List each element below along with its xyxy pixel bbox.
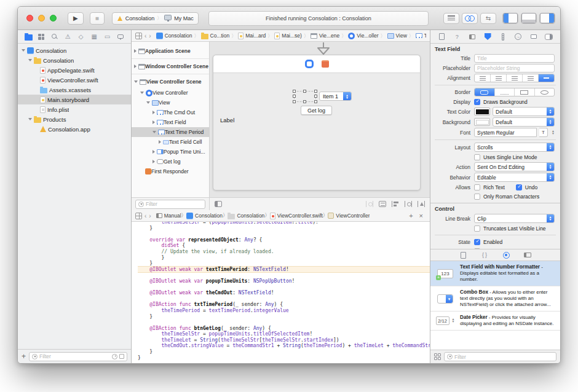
- alignment-segmented-control[interactable]: [474, 74, 555, 82]
- media-library-tab[interactable]: [524, 251, 532, 259]
- view-effects-inspector-tab[interactable]: [545, 33, 553, 41]
- file-row-products[interactable]: Products: [18, 114, 131, 124]
- alignment-segment-3[interactable]: [523, 74, 539, 82]
- disclosure-triangle[interactable]: [152, 160, 155, 163]
- resize-handle[interactable]: [293, 100, 296, 103]
- outline-row-text-field-cell[interactable]: Text Field Cell: [132, 137, 209, 147]
- disclosure-triangle[interactable]: [152, 111, 155, 114]
- outline-row-popup-time-uni-[interactable]: Popup Time Uni...: [132, 147, 209, 157]
- library-view-toggle-icon[interactable]: [434, 353, 441, 360]
- outline-row-text-time-period[interactable]: Text Time Period: [132, 127, 209, 137]
- disclosure-triangle[interactable]: [134, 80, 138, 83]
- canvas-label[interactable]: Label: [220, 117, 234, 123]
- toggle-debug-area-button[interactable]: [521, 13, 537, 24]
- file-row-main-storyboard[interactable]: Main.storyboard: [18, 95, 131, 104]
- toggle-navigator-button[interactable]: [502, 13, 518, 24]
- zoom-window-button[interactable]: [50, 15, 57, 22]
- update-frames-icon[interactable]: [366, 201, 373, 207]
- minimize-window-button[interactable]: [38, 15, 45, 22]
- disclosure-triangle[interactable]: [28, 59, 32, 61]
- size-inspector-tab[interactable]: [499, 33, 507, 41]
- navigator-filter-field[interactable]: Filter: [29, 352, 127, 361]
- view-controller-scene[interactable]: Item 1 ▲▼ Get log Label: [213, 55, 421, 190]
- text-input[interactable]: Title: [474, 54, 555, 63]
- jumpbar-item-2[interactable]: Consolation: [228, 213, 264, 219]
- jumpbar-item-3[interactable]: ViewController.swift: [270, 213, 323, 219]
- alignment-segment-0[interactable]: [475, 74, 491, 82]
- border-segment-2[interactable]: [515, 88, 535, 96]
- disclosure-triangle[interactable]: [28, 118, 32, 120]
- debug-navigator-tab[interactable]: ▦: [90, 33, 98, 41]
- view-controller-icon[interactable]: [305, 60, 314, 68]
- disclosure-triangle[interactable]: [152, 150, 155, 154]
- report-navigator-tab[interactable]: [116, 33, 125, 41]
- text-input[interactable]: Placeholder String: [474, 64, 555, 73]
- resolve-autolayout-icon[interactable]: [418, 201, 425, 207]
- file-row-consolation-app[interactable]: Consolation.app: [18, 124, 131, 134]
- library-item-text-field-with-number-formatter[interactable]: 123Text Field with Number Formatter - Di…: [430, 261, 560, 286]
- border-segment-3[interactable]: [535, 88, 555, 96]
- jumpbar-item-0[interactable]: Consolation: [156, 33, 192, 39]
- selected-text-field[interactable]: [295, 92, 315, 101]
- test-navigator-tab[interactable]: ◇: [77, 33, 85, 41]
- outline-row-view-controller[interactable]: View Controller: [132, 88, 209, 98]
- popup-button-item1[interactable]: Item 1 ▲▼: [319, 92, 352, 101]
- jumpbar-item-4[interactable]: ViewController: [328, 213, 370, 219]
- resize-handle[interactable]: [293, 90, 296, 93]
- first-responder-icon[interactable]: [322, 60, 329, 68]
- scheme-selector[interactable]: Consolation 〉 My Mac: [112, 12, 199, 25]
- disclosure-triangle[interactable]: [146, 101, 150, 104]
- font-panel-button[interactable]: T: [539, 128, 548, 137]
- file-row-consolation[interactable]: Consolation: [18, 45, 131, 55]
- checkbox[interactable]: [474, 225, 480, 232]
- resize-handle[interactable]: [303, 100, 306, 103]
- assistant-editor-button[interactable]: [462, 13, 478, 24]
- library-filter-field[interactable]: Filter: [444, 352, 556, 361]
- symbol-navigator-tab[interactable]: [37, 33, 46, 41]
- identity-inspector-tab[interactable]: [469, 33, 477, 41]
- storyboard-canvas[interactable]: Item 1 ▲▼ Get log Label: [210, 42, 430, 197]
- close-window-button[interactable]: [26, 15, 33, 22]
- back-forward-buttons[interactable]: ‹›: [144, 213, 154, 219]
- popup-button[interactable]: Scrolls▲▼: [474, 143, 555, 152]
- breakpoint-navigator-tab[interactable]: ▭: [103, 33, 112, 41]
- add-assistant-editor-button[interactable]: +: [409, 212, 413, 219]
- align-icon[interactable]: [392, 201, 399, 207]
- code-snippet-library-tab[interactable]: { }: [481, 251, 489, 259]
- related-items-icon[interactable]: [135, 33, 142, 39]
- embed-in-stack-icon[interactable]: [379, 201, 386, 207]
- disclosure-triangle[interactable]: [134, 49, 137, 53]
- alignment-segment-4[interactable]: [539, 74, 554, 82]
- attributes-inspector-tab[interactable]: [484, 33, 492, 41]
- popup-button[interactable]: Editable▲▼: [474, 173, 555, 182]
- checkbox[interactable]: [474, 99, 480, 105]
- add-file-button[interactable]: +: [22, 353, 26, 360]
- color-well[interactable]: [474, 108, 490, 116]
- checkbox[interactable]: [474, 239, 480, 245]
- outline-row-the-cmd-out[interactable]: The Cmd Out: [132, 108, 209, 117]
- outline-row-text-field[interactable]: Text Field: [132, 117, 209, 127]
- file-row-consolation[interactable]: Consolation: [18, 55, 131, 65]
- outline-row-get-log[interactable]: Get log: [132, 157, 209, 167]
- jumpbar-item-7[interactable]: Text Time Period: [416, 33, 426, 39]
- checkbox[interactable]: [474, 248, 480, 249]
- document-outline-toggle[interactable]: [215, 201, 222, 207]
- file-row-viewcontroller-swift[interactable]: ViewController.swift: [18, 75, 131, 85]
- find-navigator-tab[interactable]: [50, 33, 59, 41]
- outline-row-view-controller-scene[interactable]: View Controller Scene: [132, 76, 209, 88]
- color-popup[interactable]: Default▲▼: [493, 117, 555, 127]
- object-library-tab[interactable]: [502, 251, 510, 259]
- resize-handle[interactable]: [314, 100, 317, 103]
- disclosure-triangle[interactable]: [159, 140, 161, 144]
- outline-row-first-responder[interactable]: First Responder: [132, 167, 209, 176]
- jumpbar-item-4[interactable]: Vie...ene: [311, 33, 339, 39]
- outline-filter-field[interactable]: Filter: [135, 200, 205, 209]
- checkbox[interactable]: [516, 184, 522, 190]
- recent-files-icon[interactable]: [112, 354, 117, 359]
- jumpbar-item-5[interactable]: Vie...oller: [348, 33, 378, 39]
- source-editor[interactable]: theTimeSelStr = (popupTimeUnits.selected…: [132, 222, 430, 363]
- popup-button[interactable]: Clip▲▼: [474, 214, 555, 223]
- jumpbar-item-1[interactable]: Consolation: [186, 213, 223, 219]
- jumpbar-item-6[interactable]: View: [387, 33, 407, 39]
- jumpbar-item-3[interactable]: Mai...se): [274, 33, 302, 39]
